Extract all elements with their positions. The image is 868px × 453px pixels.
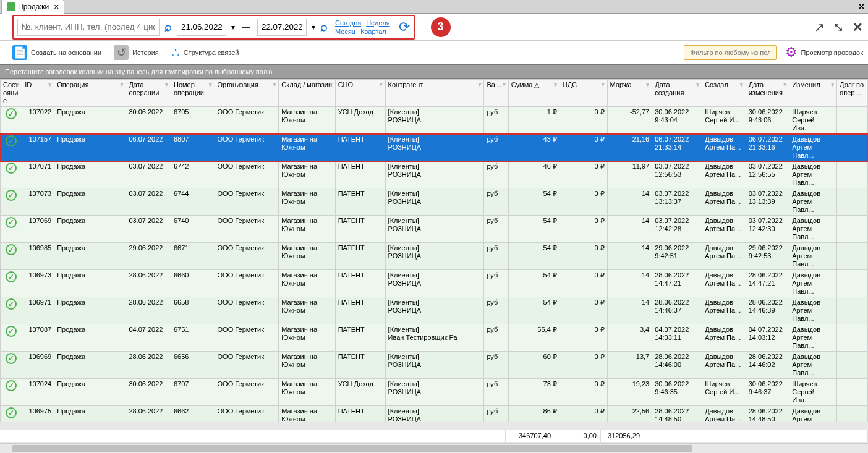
table-row[interactable]: ✓107071Продажа03.07.20226742ООО Герметик… <box>1 161 868 188</box>
scrollbar-thumb[interactable] <box>12 445 692 452</box>
table-row[interactable]: ✓107024Продажа30.06.20226707ООО Герметик… <box>1 379 868 406</box>
col-dateop[interactable]: Дата операции▼ <box>126 80 171 107</box>
date-from-input[interactable] <box>177 19 226 36</box>
tab-sales[interactable]: Продажи × <box>1 0 64 14</box>
horizontal-scrollbar[interactable] <box>0 443 868 453</box>
filter-icon[interactable]: ▼ <box>328 81 334 89</box>
col-id[interactable]: ID▼ <box>22 80 54 107</box>
filter-icon[interactable]: ▼ <box>553 81 558 89</box>
col-op[interactable]: Операция▼ <box>54 80 126 107</box>
dateop-cell: 03.07.2022 <box>126 216 171 243</box>
col-sum[interactable]: Сумма △▼ <box>508 80 560 107</box>
col-margin[interactable]: Маржа▼ <box>607 80 652 107</box>
table-row[interactable]: ✓106969Продажа28.06.20226656ООО Герметик… <box>1 352 868 379</box>
col-modified[interactable]: Дата изменения▼ <box>746 80 789 107</box>
link-quarter[interactable]: Квартал <box>360 28 386 35</box>
table-row[interactable]: ✓106985Продажа29.06.20226671ООО Герметик… <box>1 243 868 270</box>
table-row[interactable]: ✓106975Продажа28.06.20226662ООО Герметик… <box>1 406 868 423</box>
filter-icon[interactable]: ▼ <box>501 81 507 89</box>
col-nds[interactable]: НДС▼ <box>560 80 607 107</box>
col-modifier[interactable]: Изменил▼ <box>789 80 837 107</box>
cur-cell: руб <box>484 379 508 406</box>
contr-cell: [Клиенты]РОЗНИЦА <box>385 243 484 270</box>
table-row[interactable]: ✓107157Продажа06.07.20226807ООО Герметик… <box>1 134 868 161</box>
margin-cell: 13,7 <box>607 352 652 379</box>
search-icon[interactable]: ⌕ <box>164 20 172 34</box>
filter-icon[interactable]: ▼ <box>830 81 835 89</box>
search-input[interactable] <box>17 19 160 36</box>
op-cell: Продажа <box>54 324 126 352</box>
id-cell: 107024 <box>22 379 54 406</box>
filter-icon[interactable]: ▼ <box>119 81 124 89</box>
filter-icon[interactable]: ▼ <box>477 81 482 89</box>
wh-cell: Магазин на Южном <box>279 324 335 352</box>
col-creator[interactable]: Создал▼ <box>702 80 746 107</box>
col-contr[interactable]: Контрагент▼ 4 <box>385 80 484 107</box>
link-today[interactable]: Сегодня <box>335 19 361 27</box>
table-row[interactable]: ✓107087Продажа04.07.20226751ООО Герметик… <box>1 324 868 352</box>
filter-icon[interactable]: ▼ <box>15 81 20 89</box>
chevron-down-icon[interactable]: ▾ <box>231 23 235 32</box>
creator-cell: ДавыдовАртем Па... <box>702 188 746 216</box>
contr-cell: [Клиенты]РОЗНИЦА <box>385 379 484 406</box>
filter-icon[interactable]: ▼ <box>164 81 169 89</box>
table-row[interactable]: ✓107069Продажа03.07.20226740ООО Герметик… <box>1 216 868 243</box>
group-panel-hint[interactable]: Перетащите заголовок колонки на эту пане… <box>0 64 868 79</box>
filter-icon[interactable]: ▼ <box>645 81 650 89</box>
sum-cell: 55,4 ₽ <box>508 324 560 352</box>
filter-icon[interactable]: ▼ <box>378 81 384 89</box>
created-cell: 28.06.202214:46:37 <box>652 297 702 324</box>
table-row[interactable]: ✓107073Продажа03.07.20226744ООО Герметик… <box>1 188 868 216</box>
sno-cell: УСН Доход <box>335 379 385 406</box>
contr-cell: [Клиенты]РОЗНИЦА <box>385 161 484 188</box>
link-week[interactable]: Неделя <box>366 19 389 27</box>
create-on-basis-button[interactable]: 📄 Создать на основании <box>12 45 101 60</box>
margin-cell: 14 <box>607 188 652 216</box>
structure-button[interactable]: ∴ Структура связей <box>171 44 239 61</box>
created-cell: 28.06.202214:46:00 <box>652 352 702 379</box>
tab-close-icon[interactable]: × <box>54 2 59 12</box>
org-cell: ООО Герметик <box>215 107 279 134</box>
debt-cell <box>837 161 868 188</box>
id-cell: 106971 <box>22 297 54 324</box>
col-sno[interactable]: СНО▼ <box>335 80 385 107</box>
filter-icon[interactable]: ▼ <box>695 81 700 89</box>
filter-any-field-input[interactable] <box>684 45 777 60</box>
col-cur[interactable]: Валюта▼ <box>484 80 508 107</box>
col-wh[interactable]: Склад / магазин▼ <box>279 80 335 107</box>
modifier-cell: ДавыдовАртем Павл... <box>789 352 837 379</box>
col-created[interactable]: Дата создания▼ <box>652 80 702 107</box>
view-entries-button[interactable]: ⚙ Просмотр проводок <box>785 44 863 61</box>
chevron-down-icon[interactable]: ▾ <box>312 23 315 32</box>
window-close-icon[interactable]: × <box>859 1 864 12</box>
history-button[interactable]: ↺ История <box>114 45 159 60</box>
sno-cell: ПАТЕНТ <box>335 270 385 297</box>
cur-cell: руб <box>484 188 508 216</box>
table-row[interactable]: ✓107022Продажа30.06.20226705ООО Герметик… <box>1 107 868 134</box>
date-to-input[interactable] <box>257 19 307 36</box>
dateop-cell: 04.07.2022 <box>126 324 171 352</box>
collapse-icon[interactable]: ⤡ <box>833 20 844 35</box>
search-date-icon[interactable]: ⌕ <box>320 20 328 34</box>
table-row[interactable]: ✓106973Продажа28.06.20226660ООО Герметик… <box>1 270 868 297</box>
col-debt[interactable]: Долг по операции <box>837 80 868 107</box>
filter-icon[interactable]: ▼ <box>782 81 788 89</box>
export-icon[interactable]: ↗ <box>814 20 825 35</box>
created-cell: 29.06.20229:42:51 <box>652 243 702 270</box>
table-row[interactable]: ✓106971Продажа28.06.20226658ООО Герметик… <box>1 297 868 324</box>
link-month[interactable]: Месяц <box>335 28 355 35</box>
col-status[interactable]: Сост ояни е▼ <box>1 80 22 107</box>
sum-cell: 86 ₽ <box>508 406 560 423</box>
filter-icon[interactable]: ▼ <box>739 81 744 89</box>
col-numop[interactable]: Номер операции▼ <box>171 80 215 107</box>
filter-icon[interactable]: ▼ <box>47 81 53 89</box>
filter-icon[interactable]: ▼ <box>271 81 277 89</box>
close-icon[interactable]: ✕ <box>853 20 863 35</box>
filter-icon[interactable]: ▼ <box>600 81 606 89</box>
filter-bar: ⌕ ▾ — ▾ ⌕ Сегодня Неделя Месяц Квартал ⟳… <box>0 14 868 41</box>
sno-cell: ПАТЕНТ <box>335 297 385 324</box>
refresh-icon[interactable]: ⟳ <box>399 19 410 35</box>
check-icon: ✓ <box>6 135 17 146</box>
filter-icon[interactable]: ▼ <box>208 81 213 89</box>
col-org[interactable]: Организация▼ <box>215 80 279 107</box>
